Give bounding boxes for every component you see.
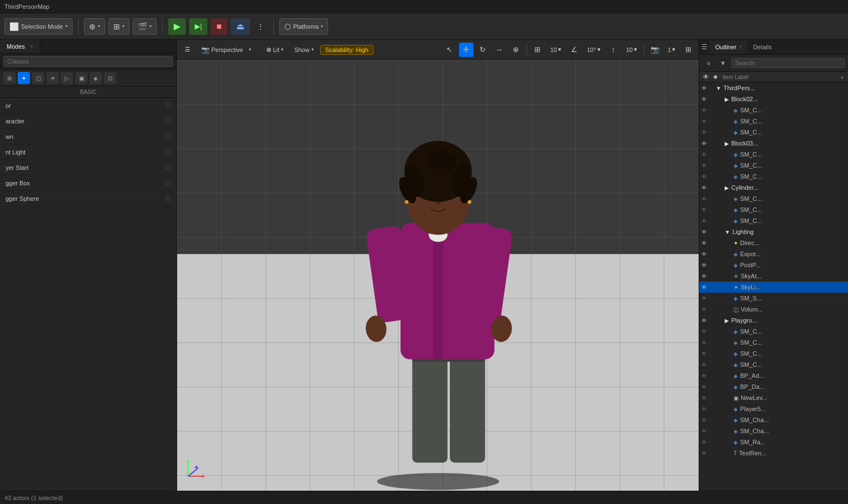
outliner-item-sm-sky[interactable]: 👁 ◈ SM_S... bbox=[699, 293, 848, 304]
info-icon-character[interactable]: ⓘ bbox=[165, 117, 171, 125]
move-tool-button[interactable]: ✛ bbox=[459, 43, 474, 57]
outliner-item-sm4[interactable]: 👁 ◈ SM_C... bbox=[699, 149, 848, 160]
eject-button[interactable]: ⏏ bbox=[231, 18, 250, 35]
filter-shape-icon[interactable]: ▷ bbox=[61, 72, 73, 84]
class-item-pawn[interactable]: wn ⓘ bbox=[0, 129, 176, 144]
class-item-trigger-sphere[interactable]: gger Sphere ⓘ bbox=[0, 191, 176, 206]
left-leg bbox=[412, 355, 448, 463]
angle-value-button[interactable]: 10° ▾ bbox=[584, 45, 604, 54]
outliner-item-smcha2[interactable]: 👁 ◈ SM_Cha... bbox=[699, 425, 848, 437]
outliner-item-thirdperson[interactable]: 👁 ▼ ThirdPers... bbox=[699, 82, 848, 93]
outliner-item-sm6[interactable]: 👁 ◈ SM_C... bbox=[699, 171, 848, 182]
outliner-item-lighting[interactable]: 👁 ▼ Lighting bbox=[699, 226, 848, 237]
outliner-item-smc1[interactable]: 👁 ◈ SM_C... bbox=[699, 326, 848, 337]
sort-button[interactable]: ▼ bbox=[717, 57, 729, 69]
cinematic-button[interactable]: 🎬 ▾ bbox=[133, 18, 157, 35]
outliner-item-sm9[interactable]: 👁 ◈ SM_C... bbox=[699, 215, 848, 226]
class-item-actor[interactable]: or ⓘ bbox=[0, 98, 176, 113]
svg-marker-1 bbox=[202, 475, 205, 478]
outliner-item-smc3[interactable]: 👁 ◈ SM_C... bbox=[699, 348, 848, 359]
world-space-button[interactable]: ⊕ bbox=[509, 43, 523, 57]
filter-volume-icon[interactable]: ◫ bbox=[32, 72, 44, 84]
outliner-tab[interactable]: Outliner × bbox=[710, 40, 747, 54]
stop-button[interactable]: ■ bbox=[211, 18, 227, 35]
outliner-item-sm8[interactable]: 👁 ◈ SM_C... bbox=[699, 204, 848, 215]
filter-place-icon[interactable]: ✦ bbox=[18, 72, 30, 84]
info-icon-point-light[interactable]: ⓘ bbox=[165, 148, 171, 156]
info-icon-actor[interactable]: ⓘ bbox=[165, 101, 171, 110]
outliner-item-playground[interactable]: 👁 ▶ Playgro... bbox=[699, 315, 848, 326]
outliner-item-sm1[interactable]: 👁 ◈ SM_C... bbox=[699, 105, 848, 116]
filter-icons-row: ⊞ ✦ ◫ ☀ ▷ ▣ ◈ ⊡ bbox=[0, 70, 176, 87]
class-item-character[interactable]: aracter ⓘ bbox=[0, 113, 176, 129]
info-icon-trigger-box[interactable]: ⓘ bbox=[165, 179, 171, 187]
outliner-item-directional[interactable]: 👁 ✦ Direc... bbox=[699, 237, 848, 248]
grid-snap-button[interactable]: ⊞ bbox=[530, 43, 545, 57]
class-item-player-start[interactable]: yer Start ⓘ bbox=[0, 160, 176, 175]
outliner-item-sm7[interactable]: 👁 ◈ SM_C... bbox=[699, 193, 848, 204]
lit-button[interactable]: Lit ▾ bbox=[262, 45, 288, 55]
scale-value-button[interactable]: 10 ▾ bbox=[623, 45, 641, 54]
platforms-button[interactable]: ⬡ Platforms ▾ bbox=[279, 18, 328, 35]
info-icon-trigger-sphere[interactable]: ⓘ bbox=[165, 194, 171, 202]
more-options-button[interactable]: ⋮ bbox=[253, 18, 268, 35]
outliner-item-smc4[interactable]: 👁 ◈ SM_C... bbox=[699, 359, 848, 370]
outliner-item-smcha1[interactable]: 👁 ◈ SM_Cha... bbox=[699, 414, 848, 425]
outliner-item-block02[interactable]: 👁 ▶ Block02... bbox=[699, 93, 848, 105]
scale-snap-button[interactable]: ↕ bbox=[606, 43, 621, 57]
outliner-item-skylight[interactable]: 👁 ☀ SkyLi... bbox=[699, 282, 848, 293]
outliner-item-volume[interactable]: 👁 ◫ Volum... bbox=[699, 304, 848, 315]
outliner-tab-close[interactable]: × bbox=[739, 44, 742, 50]
play-button[interactable]: ▶ bbox=[168, 18, 186, 35]
outliner-item-sm2[interactable]: 👁 ◈ SM_C... bbox=[699, 116, 848, 127]
filter-ui-icon[interactable]: ⊡ bbox=[104, 72, 116, 84]
outliner-item-postprocess[interactable]: 👁 ◈ PostP... bbox=[699, 259, 848, 271]
outliner-item-cylinder[interactable]: 👁 ▶ Cylinder... bbox=[699, 182, 848, 193]
scale-tool-button[interactable]: ↔ bbox=[492, 43, 507, 57]
camera-speed-button[interactable]: 📷 bbox=[648, 43, 662, 57]
transform-mode-button[interactable]: ⊕ ▾ bbox=[84, 18, 105, 35]
info-icon-player-start[interactable]: ⓘ bbox=[165, 163, 171, 172]
filter-cinematic-icon[interactable]: ▣ bbox=[75, 72, 87, 84]
outliner-item-newlevel[interactable]: 👁 ▣ NewLev... bbox=[699, 392, 848, 403]
outliner-item-export[interactable]: 👁 ◈ Expor... bbox=[699, 248, 848, 259]
modes-tab[interactable]: Modes × bbox=[0, 40, 40, 53]
outliner-item-bpdax[interactable]: 👁 ◈ BP_Da... bbox=[699, 381, 848, 392]
outliner-item-label: SM_C... bbox=[740, 195, 846, 202]
show-button[interactable]: Show ▾ bbox=[290, 45, 318, 55]
outliner-item-label: SM_C... bbox=[740, 129, 846, 136]
viewport-menu-button[interactable]: ☰ bbox=[180, 44, 195, 55]
modes-tab-close[interactable]: × bbox=[30, 44, 33, 50]
outliner-item-textren[interactable]: 👁 T TextRen... bbox=[699, 448, 848, 459]
class-item-point-light[interactable]: nt Light ⓘ bbox=[0, 144, 176, 160]
class-item-trigger-box[interactable]: gger Box ⓘ bbox=[0, 175, 176, 191]
outliner-item-skyatmos[interactable]: 👁 ☀ SkyAt... bbox=[699, 271, 848, 282]
outliner-item-bpad[interactable]: 👁 ◈ BP_Ad... bbox=[699, 370, 848, 381]
select-tool-button[interactable]: ↖ bbox=[443, 43, 457, 57]
outliner-item-sm3[interactable]: 👁 ◈ SM_C... bbox=[699, 127, 848, 138]
info-icon-pawn[interactable]: ⓘ bbox=[165, 132, 171, 141]
classes-search-input[interactable] bbox=[3, 56, 173, 67]
outliner-search-input[interactable] bbox=[731, 58, 845, 68]
perspective-button[interactable]: 📷 Perspective ▾ bbox=[197, 44, 260, 55]
camera-speed-value-button[interactable]: 1 ▾ bbox=[664, 45, 679, 54]
outliner-item-smra[interactable]: 👁 ◈ SM_Ra... bbox=[699, 437, 848, 448]
viewport-content[interactable] bbox=[177, 60, 699, 491]
outliner-item-smc2[interactable]: 👁 ◈ SM_C... bbox=[699, 337, 848, 348]
scalability-badge[interactable]: Scalability: High bbox=[320, 45, 373, 55]
play-from-button[interactable]: ▶| bbox=[189, 18, 207, 35]
snap-button[interactable]: ⊞ ▾ bbox=[108, 18, 129, 35]
selection-mode-button[interactable]: ⬜ Selection Mode ▾ bbox=[4, 18, 72, 35]
grid-value-button[interactable]: 10 ▾ bbox=[547, 45, 565, 54]
filter-all-icon[interactable]: ⊞ bbox=[3, 72, 15, 84]
filter-button[interactable]: ≡ bbox=[703, 57, 715, 69]
filter-visual-icon[interactable]: ◈ bbox=[90, 72, 102, 84]
details-tab[interactable]: Details bbox=[747, 40, 777, 54]
angle-snap-button[interactable]: ∠ bbox=[567, 43, 581, 57]
rotate-tool-button[interactable]: ↻ bbox=[476, 43, 490, 57]
outliner-item-playerstart[interactable]: 👁 ◈ Player5... bbox=[699, 403, 848, 414]
viewport-layout-button[interactable]: ⊞ bbox=[681, 43, 695, 57]
outliner-item-block03[interactable]: 👁 ▶ Block03... bbox=[699, 138, 848, 149]
filter-light-icon[interactable]: ☀ bbox=[46, 72, 59, 84]
outliner-item-sm5[interactable]: 👁 ◈ SM_C... bbox=[699, 160, 848, 171]
